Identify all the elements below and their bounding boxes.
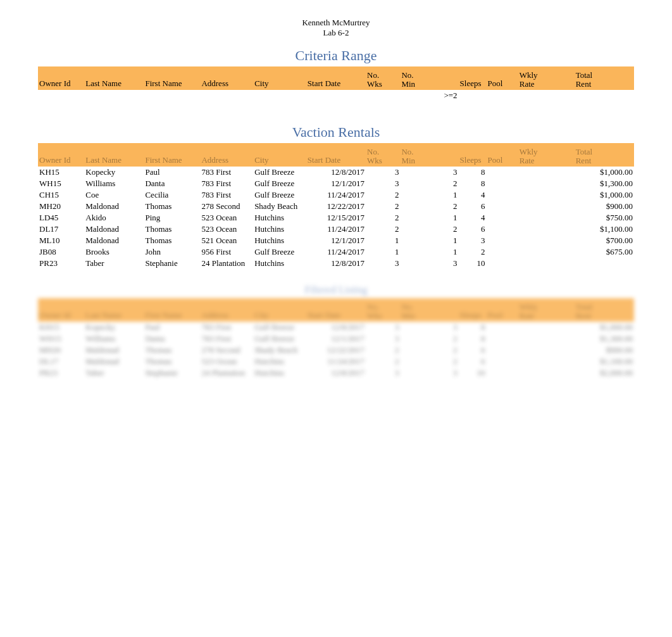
cell-owner: DL17	[38, 356, 84, 367]
cell-wks: 2	[366, 189, 400, 201]
cell-pool	[487, 178, 518, 189]
cell-sdate: 12/8/2017	[306, 258, 366, 269]
cell-sdate: 12/22/2017	[306, 201, 366, 212]
cell-owner: JB08	[38, 246, 84, 258]
cell-first: Thomas	[144, 344, 200, 356]
vaction-table: Owner Id Last Name First Name Address Ci…	[38, 143, 634, 269]
cell-sleeps: 2	[459, 246, 487, 258]
col-addr: Address	[200, 66, 253, 90]
col-min: No. Min	[400, 143, 458, 167]
cell-sdate: 12/8/2017	[306, 367, 366, 379]
criteria-title: Criteria Range	[38, 47, 634, 64]
cell-sleeps: 6	[459, 356, 487, 367]
vaction-title: Vaction Rentals	[38, 124, 634, 141]
table-row: MH20MaldonadThomas278 SecondShady Beach1…	[38, 344, 634, 356]
cell-min: 3	[400, 322, 458, 333]
cell-sleeps: 6	[459, 224, 487, 235]
col-pool: Pool	[487, 143, 518, 167]
criteria-addr	[200, 90, 253, 103]
cell-rate	[518, 333, 575, 344]
cell-addr: 783 First	[200, 189, 253, 201]
cell-city: Gulf Breeze	[253, 178, 306, 189]
cell-owner: MH20	[38, 201, 84, 212]
cell-addr: 783 First	[200, 322, 253, 333]
table-row: WH15WilliamsDanta783 FirstGulf Breeze12/…	[38, 333, 634, 344]
cell-sdate: 11/24/2017	[306, 189, 366, 201]
col-first: First Name	[144, 143, 200, 167]
cell-wks: 3	[366, 322, 400, 333]
criteria-row: >=2	[38, 90, 634, 103]
cell-pool	[487, 212, 518, 224]
col-addr: Address	[200, 143, 253, 167]
cell-last: Kopecky	[84, 322, 144, 333]
cell-addr: 24 Plantation	[200, 258, 253, 269]
vaction-section: Vaction Rentals Owner Id Last Name First…	[38, 124, 634, 269]
col-wks: No. Wks	[366, 298, 400, 322]
cell-last: Brooks	[84, 246, 144, 258]
cell-min: 3	[400, 367, 458, 379]
col-city: City	[253, 298, 306, 322]
cell-sdate: 12/22/2017	[306, 344, 366, 356]
col-pool: Pool	[487, 66, 518, 90]
cell-addr: 523 Ocean	[200, 212, 253, 224]
doc-lab: Lab 6-2	[323, 28, 349, 37]
cell-rate	[518, 212, 575, 224]
criteria-city	[253, 90, 306, 103]
cell-last: Maldonad	[84, 344, 144, 356]
cell-sleeps: 6	[459, 344, 487, 356]
cell-total: $2,000.00	[575, 367, 634, 379]
cell-addr: 956 First	[200, 246, 253, 258]
cell-wks: 1	[366, 246, 400, 258]
cell-city: Gulf Breeze	[253, 322, 306, 333]
vaction-header-row: Owner Id Last Name First Name Address Ci…	[38, 143, 634, 167]
cell-addr: 523 Ocean	[200, 356, 253, 367]
cell-sdate: 12/1/2017	[306, 178, 366, 189]
cell-total: $1,100.00	[575, 224, 634, 235]
cell-rate	[518, 258, 575, 269]
cell-wks: 3	[366, 258, 400, 269]
cell-total: $1,000.00	[575, 322, 634, 333]
table-row: WH15WilliamsDanta783 FirstGulf Breeze12/…	[38, 178, 634, 189]
cell-first: Thomas	[144, 201, 200, 212]
cell-owner: ML10	[38, 235, 84, 246]
col-last: Last Name	[84, 143, 144, 167]
cell-sleeps: 6	[459, 201, 487, 212]
criteria-sdate	[306, 90, 366, 103]
cell-addr: 521 Ocean	[200, 235, 253, 246]
cell-min: 2	[400, 356, 458, 367]
cell-city: Hutchins	[253, 212, 306, 224]
cell-last: Maldonad	[84, 356, 144, 367]
cell-first: John	[144, 246, 200, 258]
cell-city: Gulf Breeze	[253, 167, 306, 178]
filtered-section: Filtered Listing Owner Id Last Name Firs…	[38, 284, 634, 379]
cell-last: Maldonad	[84, 201, 144, 212]
col-sleeps: Sleeps	[459, 298, 487, 322]
table-row: KH15KopeckyPaul783 FirstGulf Breeze12/8/…	[38, 167, 634, 178]
cell-min: 1	[400, 246, 458, 258]
cell-total: $1,000.00	[575, 167, 634, 178]
cell-min: 2	[400, 224, 458, 235]
cell-sdate: 12/1/2017	[306, 235, 366, 246]
cell-min: 1	[400, 212, 458, 224]
col-wks: No. Wks	[366, 66, 400, 90]
cell-owner: LD45	[38, 212, 84, 224]
cell-city: Gulf Breeze	[253, 246, 306, 258]
cell-first: Stephanie	[144, 367, 200, 379]
cell-total: $700.00	[575, 235, 634, 246]
col-sleeps: Sleeps	[459, 66, 487, 90]
table-row: PR23TaberStephanie24 PlantationHutchins1…	[38, 258, 634, 269]
cell-owner: WH15	[38, 333, 84, 344]
cell-addr: 783 First	[200, 178, 253, 189]
cell-sdate: 11/24/2017	[306, 224, 366, 235]
cell-total: $1,300.00	[575, 178, 634, 189]
col-addr: Address	[200, 298, 253, 322]
cell-rate	[518, 246, 575, 258]
cell-total: $675.00	[575, 246, 634, 258]
cell-city: Hutchins	[253, 356, 306, 367]
cell-sdate: 11/24/2017	[306, 356, 366, 367]
col-last: Last Name	[84, 298, 144, 322]
cell-wks: 3	[366, 333, 400, 344]
cell-sdate: 12/15/2017	[306, 212, 366, 224]
col-sdate: Start Date	[306, 143, 366, 167]
col-rate: Wkly Rate	[518, 143, 575, 167]
